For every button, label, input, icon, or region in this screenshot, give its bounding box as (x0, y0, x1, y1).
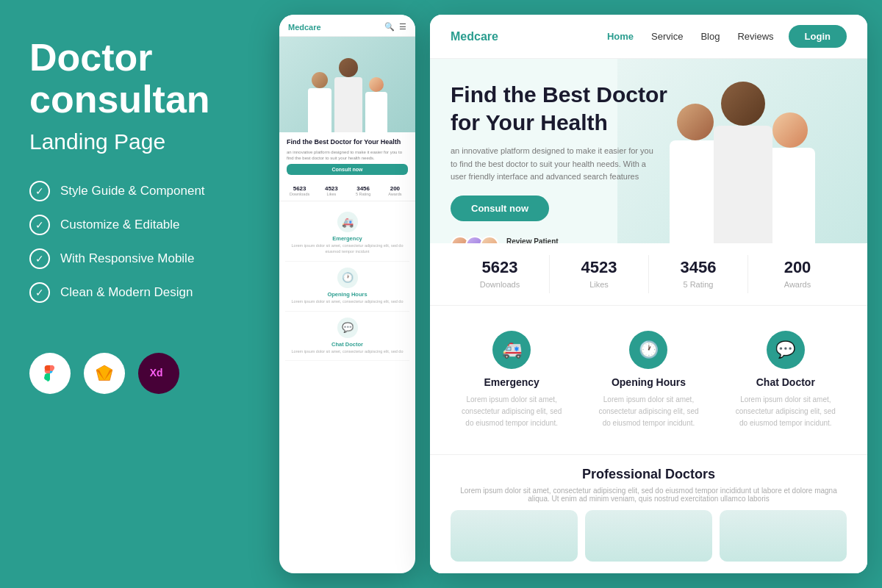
pro-doctors-desc: Lorem ipsum dolor sit amet, consectetur … (451, 487, 847, 503)
mobile-stat-0: 5623 Downloads (285, 185, 314, 196)
subtitle: Landing Page (29, 129, 250, 154)
nav-blog[interactable]: Blog (700, 31, 720, 42)
services-section: 🚑 Emergency Lorem ipsum dolor sit amet, … (430, 306, 867, 454)
mobile-service-desc-0: Lorem ipsum dolor sit amet, consectetur … (285, 243, 409, 254)
mobile-service-desc-2: Lorem ipsum dolor sit amet, consectetur … (292, 349, 404, 355)
hero-title: Find the Best Doctor for Your Health (451, 81, 847, 136)
mobile-service-desc-1: Lorem ipsum dolor sit amet, consectetur … (292, 299, 404, 305)
mobile-search-icon: 🔍 (384, 22, 395, 32)
desktop-nav: Medcare Home Service Blog Reviews Login (430, 15, 867, 59)
doctor-card-2 (585, 510, 712, 562)
doctor-card-inner-2 (585, 510, 712, 562)
login-button[interactable]: Login (789, 25, 847, 48)
check-icon-3: ✓ (29, 248, 50, 269)
desktop-logo: Medcare (451, 30, 498, 43)
stat-rating: 3456 5 Rating (649, 255, 748, 293)
mobile-services: 🚑 Emergency Lorem ipsum dolor sit amet, … (279, 201, 415, 573)
mobile-cta-button[interactable]: Consult now (287, 164, 408, 175)
review-section: Review Patient ★ 4.8/5 (1k+ reviews) (451, 236, 847, 243)
service-name-chat: Chat Doctor (756, 376, 815, 388)
nav-links: Home Service Blog Reviews (607, 31, 774, 42)
mobile-stats: 5623 Downloads 4523 Likes 3456 5 Rating … (279, 181, 415, 201)
left-panel: Doctor consultan Landing Page ✓ Style Gu… (0, 0, 279, 588)
stats-bar: 5623 Downloads 4523 Likes 3456 5 Rating … (430, 243, 867, 306)
xd-icon: Xd (138, 353, 179, 394)
feature-item-4: ✓ Clean & Modern Design (29, 282, 250, 303)
stat-awards: 200 Awards (748, 255, 847, 293)
service-card-emergency: 🚑 Emergency Lorem ipsum dolor sit amet, … (451, 323, 573, 437)
mobile-stat-2: 3456 5 Rating (349, 185, 378, 196)
pro-doctors-title: Professional Doctors (451, 467, 847, 482)
professional-doctors-section: Professional Doctors Lorem ipsum dolor s… (430, 454, 867, 573)
chat-icon: 💬 (767, 331, 805, 369)
stat-downloads: 5623 Downloads (451, 255, 550, 293)
mobile-hero-title: Find the Best Doctor for Your Health (287, 138, 408, 147)
service-desc-hours: Lorem ipsum dolor sit amet, consectetur … (595, 394, 702, 429)
mobile-chat-icon: 💬 (337, 318, 358, 338)
right-area: Medcare 🔍 ☰ (279, 0, 882, 588)
review-avatars (451, 236, 499, 243)
mobile-hero-text: Find the Best Doctor for Your Health an … (279, 132, 415, 181)
desktop-mockup: Medcare Home Service Blog Reviews Login … (430, 15, 867, 573)
figma-icon (29, 353, 71, 394)
mobile-service-0: 🚑 Emergency Lorem ipsum dolor sit amet, … (285, 206, 409, 261)
service-card-chat: 💬 Chat Doctor Lorem ipsum dolor sit amet… (725, 323, 847, 437)
check-icon-2: ✓ (29, 215, 50, 235)
doctor-card-inner-1 (451, 510, 578, 562)
feature-item-2: ✓ Customize & Editable (29, 215, 250, 235)
mobile-hours-icon: 🕐 (337, 268, 358, 288)
mobile-service-name-1: Opening Hours (327, 291, 367, 298)
tool-icons: Xd (29, 353, 250, 394)
mobile-stat-3: 200 Awards (381, 185, 409, 196)
main-title: Doctor consultan (29, 37, 250, 121)
feature-list: ✓ Style Guide & Component ✓ Customize & … (29, 181, 250, 316)
desktop-hero: Find the Best Doctor for Your Health an … (430, 59, 867, 243)
consult-button[interactable]: Consult now (451, 196, 549, 221)
sketch-icon (84, 353, 125, 394)
nav-home[interactable]: Home (607, 31, 634, 42)
mobile-emergency-icon: 🚑 (337, 212, 358, 232)
doctor-cards (451, 510, 847, 562)
mobile-nav-icons: 🔍 ☰ (384, 22, 406, 32)
mobile-hero-desc: an innovative platform designed to make … (287, 149, 408, 162)
review-avatar-3 (480, 236, 499, 243)
mobile-service-name-0: Emergency (332, 235, 362, 242)
service-name-emergency: Emergency (484, 376, 539, 388)
doctor-card-inner-3 (720, 510, 847, 562)
mobile-service-1: 🕐 Opening Hours Lorem ipsum dolor sit am… (285, 262, 409, 312)
service-card-hours: 🕐 Opening Hours Lorem ipsum dolor sit am… (587, 323, 709, 437)
check-icon-1: ✓ (29, 181, 50, 201)
mobile-menu-icon: ☰ (399, 22, 406, 32)
review-info: Review Patient ★ 4.8/5 (1k+ reviews) (506, 237, 571, 243)
service-desc-emergency: Lorem ipsum dolor sit amet, consectetur … (458, 394, 565, 429)
doctor-card-1 (451, 510, 578, 562)
feature-item-1: ✓ Style Guide & Component (29, 181, 250, 201)
mobile-stat-1: 4523 Likes (317, 185, 345, 196)
mobile-service-name-2: Chat Doctor (331, 341, 363, 348)
check-icon-4: ✓ (29, 282, 50, 303)
hero-content: Find the Best Doctor for Your Health an … (451, 81, 847, 221)
nav-reviews[interactable]: Reviews (737, 31, 773, 42)
mobile-mockup: Medcare 🔍 ☰ (279, 15, 415, 573)
emergency-icon: 🚑 (492, 331, 531, 369)
feature-item-3: ✓ With Responsive Mobile (29, 248, 250, 269)
mobile-service-2: 💬 Chat Doctor Lorem ipsum dolor sit amet… (285, 312, 409, 362)
service-desc-chat: Lorem ipsum dolor sit amet, consectetur … (732, 394, 839, 429)
mobile-logo: Medcare (288, 23, 321, 32)
mobile-header: Medcare 🔍 ☰ (279, 15, 415, 37)
nav-service[interactable]: Service (651, 31, 683, 42)
hero-description: an innovative platform designed to make … (451, 145, 656, 184)
hours-icon: 🕐 (629, 331, 667, 369)
doctor-card-3 (720, 510, 847, 562)
svg-text:Xd: Xd (150, 368, 163, 379)
stat-likes: 4523 Likes (550, 255, 649, 293)
mobile-hero-image (279, 37, 415, 132)
service-name-hours: Opening Hours (612, 376, 686, 388)
